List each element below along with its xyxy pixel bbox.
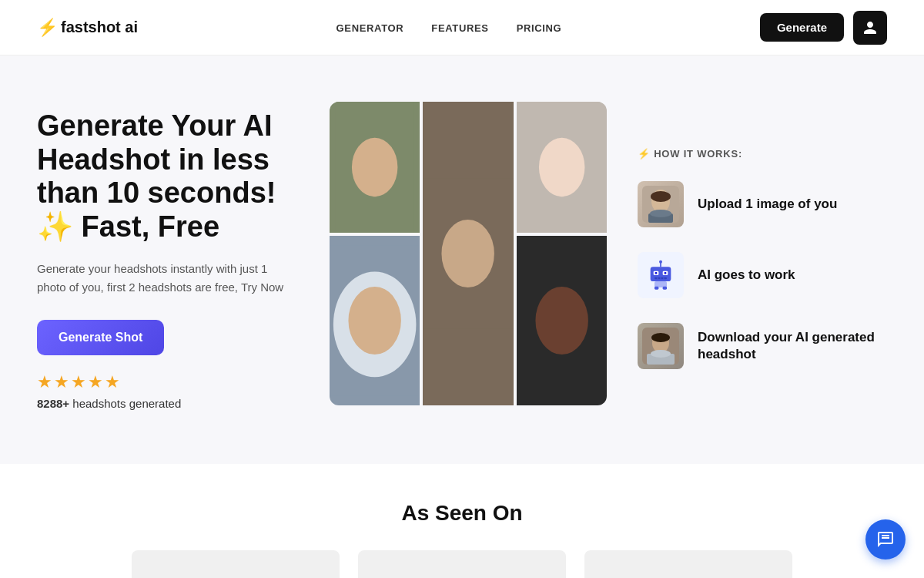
photo-hijab-woman [330,236,420,405]
hero-count: 8288+ headshots generated [37,397,299,410]
nav-links: GENERATOR FEATURES PRICING [336,21,562,35]
how-it-works-label: ⚡ HOW IT WORKS: [638,148,887,160]
headshot-face-icon [642,328,679,365]
svg-rect-28 [654,287,658,290]
photo-collage [330,102,607,405]
step-download: Download your AI generated headshot [638,323,887,369]
media-logo-1 [132,550,340,578]
user-icon [862,20,878,35]
person-face-icon [642,186,679,223]
logo-text: fastshot ai [61,18,138,36]
hero-section: Generate Your AI Headshot in less than 1… [0,55,924,464]
nav-link-features[interactable]: FEATURES [431,22,488,34]
hero-subtitle: Generate your headshots instantly with j… [37,260,299,297]
svg-point-8 [348,287,400,355]
step-ai-text: AI goes to work [698,267,795,284]
generate-shot-button[interactable]: Generate Shot [37,320,164,355]
navbar: ⚡ fastshot ai GENERATOR FEATURES PRICING… [0,0,924,55]
hero-photo-grid [330,102,607,405]
step-upload: Upload 1 image of you [638,181,887,227]
photo-asian-woman [517,102,607,233]
step-ai: AI goes to work [638,252,887,298]
hero-left: Generate Your AI Headshot in less than 1… [37,102,299,410]
photo-black-woman [517,236,607,405]
step-ai-icon [638,252,684,298]
svg-point-32 [651,333,670,342]
chat-button[interactable] [865,519,906,560]
media-logo-3 [584,550,792,578]
hero-title: Generate Your AI Headshot in less than 1… [37,109,299,244]
hero-stars: ★★★★★ [37,372,299,392]
svg-point-1 [352,138,398,197]
nav-link-generator[interactable]: GENERATOR [336,22,404,34]
svg-rect-29 [663,287,667,290]
svg-point-10 [535,287,588,355]
svg-point-15 [650,210,671,217]
media-logo-2 [358,550,566,578]
nav-actions: Generate [760,11,887,45]
media-logos-row [37,550,887,578]
how-it-works-section: ⚡ HOW IT WORKS: Upload 1 image of you [638,102,887,394]
svg-rect-22 [665,272,667,274]
step-upload-text: Upload 1 image of you [698,196,837,213]
step-download-icon [638,323,684,369]
svg-point-5 [539,138,585,197]
svg-point-17 [659,260,662,264]
step-download-text: Download your AI generated headshot [698,329,887,363]
nav-link-pricing[interactable]: PRICING [517,22,562,34]
photo-man-suit [330,102,420,233]
svg-rect-21 [655,272,658,274]
step-upload-icon [638,181,684,227]
as-seen-on-title: As Seen On [37,501,887,526]
logo[interactable]: ⚡ fastshot ai [37,18,138,38]
user-account-button[interactable] [853,11,887,45]
robot-icon [645,260,676,291]
svg-point-13 [651,191,671,202]
as-seen-on-section: As Seen On [0,464,924,578]
header-generate-button[interactable]: Generate [760,13,844,42]
photo-bearded-man [423,102,513,405]
chat-icon [876,530,895,549]
svg-point-34 [651,350,671,358]
logo-bolt-icon: ⚡ [37,18,58,38]
svg-point-3 [442,220,494,287]
